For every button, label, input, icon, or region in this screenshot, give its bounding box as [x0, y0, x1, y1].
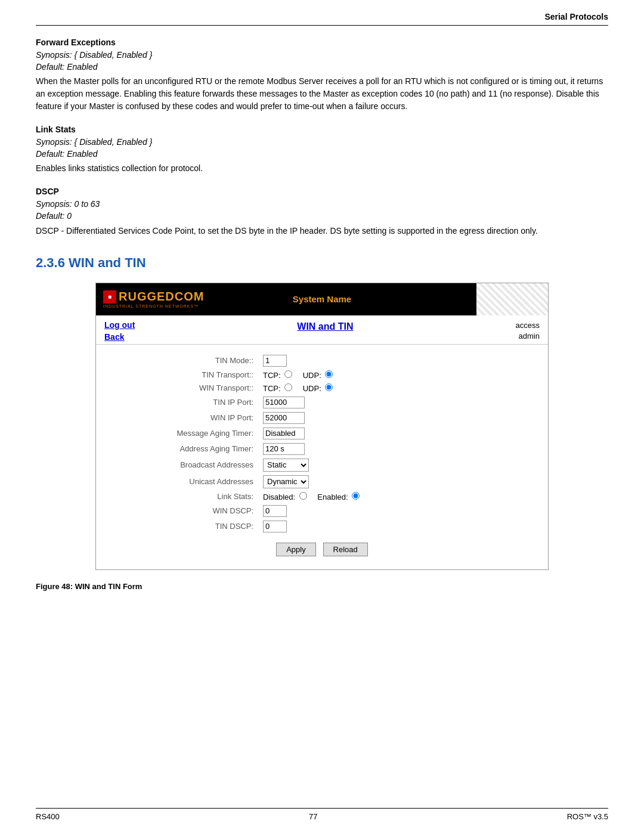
reload-button[interactable]: Reload [323, 543, 368, 556]
admin-label: admin [519, 332, 540, 340]
link-stats-enabled-radio[interactable] [352, 492, 360, 500]
logo-text: RUGGEDCOM [119, 290, 204, 304]
section-link-stats: Link Stats Synopsis: { Disabled, Enabled… [36, 125, 608, 175]
back-link[interactable]: Back [104, 332, 135, 342]
message-aging-timer-value [259, 426, 365, 441]
tin-udp-radio[interactable] [325, 370, 333, 378]
page-header: Serial Protocols [36, 12, 608, 26]
unicast-addresses-select[interactable]: Static Dynamic [263, 475, 309, 488]
win-dscp-input[interactable] [263, 505, 287, 517]
tin-ip-port-input[interactable] [263, 397, 305, 408]
win-transport-label: WIN Transport:: [152, 382, 259, 395]
tin-dscp-value [259, 519, 365, 534]
link-stats-disabled-label: Disabled: [263, 493, 295, 501]
form-area: TIN Mode:: TIN Transport:: TCP: [96, 345, 548, 569]
message-aging-timer-label: Message Aging Timer: [152, 426, 259, 441]
win-dscp-value [259, 503, 365, 519]
form-table: TIN Mode:: TIN Transport:: TCP: [152, 353, 365, 534]
win-tin-heading: 2.3.6 WIN and TIN [36, 255, 608, 273]
section-forward-exceptions: Forward Exceptions Synopsis: { Disabled,… [36, 38, 608, 113]
link-stats-disabled-radio[interactable] [299, 492, 307, 500]
ruggedcom-icon: ■ [103, 290, 116, 304]
logo-area: ■ RUGGEDCOM INDUSTRIAL STRENGTH NETWORKS… [103, 290, 204, 308]
unicast-addresses-value: Static Dynamic [259, 473, 365, 490]
win-udp-label: UDP: [303, 384, 321, 393]
dscp-default: Default: 0 [36, 210, 608, 222]
address-aging-timer-value [259, 441, 365, 457]
link-stats-title: Link Stats [36, 125, 608, 134]
apply-button[interactable]: Apply [276, 543, 316, 556]
tin-mode-row: TIN Mode:: [152, 353, 365, 368]
message-aging-timer-input[interactable] [263, 428, 305, 439]
logo-top: ■ RUGGEDCOM [103, 290, 204, 304]
win-tcp-label: TCP: [263, 384, 281, 393]
tin-transport-value: TCP: UDP: [259, 368, 365, 382]
dscp-synopsis: Synopsis: 0 to 63 [36, 199, 608, 210]
ruggedcom-panel: ■ RUGGEDCOM INDUSTRIAL STRENGTH NETWORKS… [95, 283, 549, 570]
win-ip-port-row: WIN IP Port: [152, 410, 365, 426]
tin-tcp-radio[interactable] [284, 370, 292, 378]
tin-mode-label: TIN Mode:: [152, 353, 259, 368]
figure-caption: Figure 48: WIN and TIN Form [36, 582, 608, 591]
tin-dscp-row: TIN DSCP: [152, 519, 365, 534]
tin-ip-port-value [259, 395, 365, 410]
address-aging-timer-input[interactable] [263, 443, 305, 455]
address-aging-timer-label: Address Aging Timer: [152, 441, 259, 457]
win-ip-port-value [259, 410, 365, 426]
message-aging-timer-row: Message Aging Timer: [152, 426, 365, 441]
footer-right: ROS™ v3.5 [567, 812, 608, 821]
logo-subtext: INDUSTRIAL STRENGTH NETWORKS™ [103, 304, 199, 308]
broadcast-addresses-row: Broadcast Addresses Static Dynamic [152, 457, 365, 473]
log-out-link[interactable]: Log out [104, 320, 135, 330]
nav-row: Log out Back WIN and TIN access admin [96, 315, 548, 345]
footer-left: RS400 [36, 812, 60, 821]
link-stats-body: Enables links statistics collection for … [36, 162, 608, 175]
link-stats-row: Link Stats: Disabled: Enabled: [152, 490, 365, 503]
win-ip-port-input[interactable] [263, 412, 305, 424]
footer-center: 77 [309, 812, 317, 821]
forward-exceptions-title: Forward Exceptions [36, 38, 608, 47]
win-dscp-row: WIN DSCP: [152, 503, 365, 519]
link-stats-enabled-label: Enabled: [317, 493, 348, 501]
ruggedcom-header: ■ RUGGEDCOM INDUSTRIAL STRENGTH NETWORKS… [96, 283, 548, 315]
dscp-body: DSCP - Differentiated Services Code Poin… [36, 225, 608, 237]
win-tin-section: 2.3.6 WIN and TIN ■ RUGGEDCOM INDUSTRIAL… [36, 255, 608, 591]
nav-right: access admin [516, 320, 540, 342]
address-aging-timer-row: Address Aging Timer: [152, 441, 365, 457]
win-dscp-label: WIN DSCP: [152, 503, 259, 519]
broadcast-addresses-value: Static Dynamic [259, 457, 365, 473]
tin-mode-value [259, 353, 365, 368]
tin-udp-label: UDP: [303, 371, 321, 380]
tin-transport-row: TIN Transport:: TCP: UDP: [152, 368, 365, 382]
tin-dscp-input[interactable] [263, 521, 287, 532]
header-title: Serial Protocols [544, 12, 608, 21]
tin-transport-label: TIN Transport:: [152, 368, 259, 382]
dscp-title: DSCP [36, 187, 608, 196]
tin-ip-port-label: TIN IP Port: [152, 395, 259, 410]
broadcast-addresses-label: Broadcast Addresses [152, 457, 259, 473]
link-stats-row-value: Disabled: Enabled: [259, 490, 365, 503]
section-dscp: DSCP Synopsis: 0 to 63 Default: 0 DSCP -… [36, 187, 608, 237]
system-name-label: System Name [293, 294, 351, 304]
tin-ip-port-row: TIN IP Port: [152, 395, 365, 410]
broadcast-addresses-select[interactable]: Static Dynamic [263, 459, 309, 472]
tin-tcp-label: TCP: [263, 371, 281, 380]
win-udp-radio[interactable] [325, 383, 333, 391]
win-transport-value: TCP: UDP: [259, 382, 365, 395]
win-transport-row: WIN Transport:: TCP: UDP: [152, 382, 365, 395]
link-stats-default: Default: Enabled [36, 148, 608, 160]
tin-dscp-label: TIN DSCP: [152, 519, 259, 534]
unicast-addresses-label: Unicast Addresses [152, 473, 259, 490]
access-label: access [516, 321, 540, 330]
win-ip-port-label: WIN IP Port: [152, 410, 259, 426]
page-footer: RS400 77 ROS™ v3.5 [36, 808, 608, 821]
forward-exceptions-synopsis: Synopsis: { Disabled, Enabled } [36, 49, 608, 61]
page-title-link[interactable]: WIN and TIN [135, 320, 515, 332]
unicast-addresses-row: Unicast Addresses Static Dynamic [152, 473, 365, 490]
link-stats-row-label: Link Stats: [152, 490, 259, 503]
tin-mode-input[interactable] [263, 355, 287, 367]
button-row: Apply Reload [104, 543, 540, 561]
win-tcp-radio[interactable] [284, 383, 292, 391]
forward-exceptions-default: Default: Enabled [36, 61, 608, 73]
forward-exceptions-body: When the Master polls for an unconfigure… [36, 75, 608, 113]
